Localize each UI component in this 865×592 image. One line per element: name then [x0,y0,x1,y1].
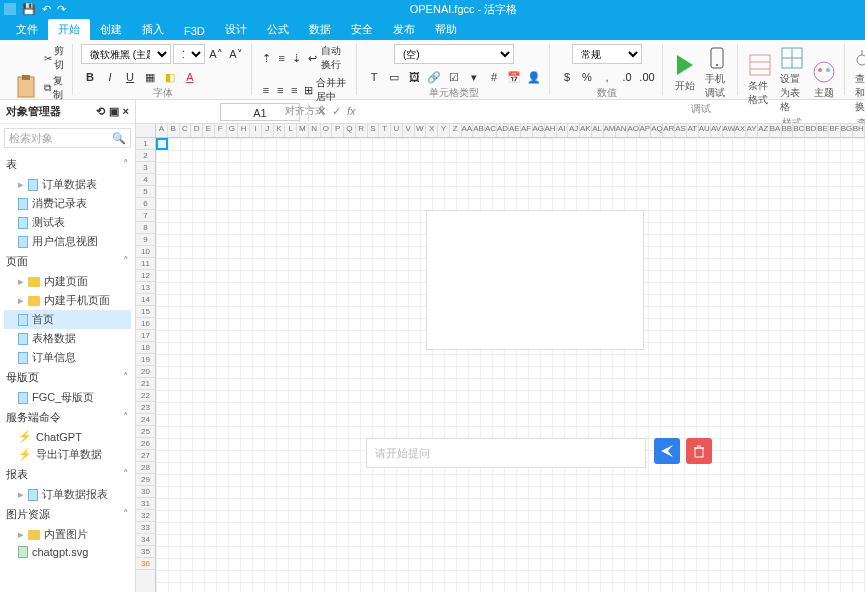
percent-icon[interactable]: % [578,68,596,86]
col-header[interactable]: AX [735,124,747,137]
align-top-icon[interactable]: ⇡ [260,49,273,67]
increase-font-icon[interactable]: A˄ [207,45,225,63]
section-master[interactable]: 母版页˄ [4,367,131,388]
tab-home[interactable]: 开始 [48,19,90,40]
col-header[interactable]: A [156,124,168,137]
col-header[interactable]: BD [805,124,817,137]
col-header[interactable]: AH [545,124,557,137]
dec-inc-icon[interactable]: .0 [618,68,636,86]
col-header[interactable]: AT [687,124,699,137]
celltype-button-icon[interactable]: ▭ [385,68,403,86]
comma-icon[interactable]: , [598,68,616,86]
row-header[interactable]: 29 [136,474,155,486]
row-header[interactable]: 19 [136,354,155,366]
col-header[interactable]: D [191,124,203,137]
col-header[interactable]: BC [793,124,805,137]
row-header[interactable]: 36 [136,558,155,570]
active-cell[interactable] [156,138,168,150]
row-header[interactable]: 26 [136,438,155,450]
svc-item-export[interactable]: ⚡导出订单数据 [4,445,131,464]
col-header[interactable]: Z [450,124,462,137]
grid[interactable]: ABCDEFGHIJKLMNOPQRSTUVWXYZAAABACADAEAFAG… [136,124,865,592]
tab-data[interactable]: 数据 [299,19,341,40]
row-header[interactable]: 3 [136,162,155,174]
col-header[interactable]: S [368,124,380,137]
col-header[interactable]: AU [699,124,711,137]
celltype-date-icon[interactable]: 📅 [505,68,523,86]
col-header[interactable]: R [356,124,368,137]
section-service[interactable]: 服务端命令˄ [4,407,131,428]
col-header[interactable]: T [379,124,391,137]
row-header[interactable]: 15 [136,306,155,318]
col-header[interactable]: AL [592,124,604,137]
col-header[interactable]: E [203,124,215,137]
row-header[interactable]: 2 [136,150,155,162]
column-headers[interactable]: ABCDEFGHIJKLMNOPQRSTUVWXYZAAABACADAEAFAG… [156,124,865,138]
col-header[interactable]: BA [770,124,782,137]
tab-insert[interactable]: 插入 [132,19,174,40]
img-item-chatgpt[interactable]: chatgpt.svg [4,544,131,560]
align-left-icon[interactable]: ≡ [260,81,272,99]
col-header[interactable]: AQ [651,124,663,137]
celltype-select[interactable]: (空) [394,44,514,64]
svc-item-chatgpt[interactable]: ⚡ChatGPT [4,428,131,445]
col-header[interactable]: AS [675,124,687,137]
col-header[interactable]: F [215,124,227,137]
row-header[interactable]: 28 [136,462,155,474]
tab-f3d[interactable]: F3D [174,22,215,40]
qat-redo-icon[interactable]: ↷ [57,3,66,16]
col-header[interactable]: N [309,124,321,137]
row-header[interactable]: 25 [136,426,155,438]
row-header[interactable]: 30 [136,486,155,498]
page-item-tabledata[interactable]: 表格数据 [4,329,131,348]
folder-builtin-pages[interactable]: ▸内建页面 [4,272,131,291]
col-header[interactable]: G [227,124,239,137]
tab-publish[interactable]: 发布 [383,19,425,40]
confirm-edit-icon[interactable]: ✓ [332,105,341,118]
tab-file[interactable]: 文件 [6,19,48,40]
celltype-link-icon[interactable]: 🔗 [425,68,443,86]
col-header[interactable]: AZ [758,124,770,137]
col-header[interactable]: J [262,124,274,137]
col-header[interactable]: AE [509,124,521,137]
delete-button[interactable] [686,438,712,464]
col-header[interactable]: AA [462,124,474,137]
row-header[interactable]: 31 [136,498,155,510]
mobile-debug-button[interactable]: 手机调试 [703,44,731,102]
col-header[interactable]: V [403,124,415,137]
col-header[interactable]: AK [580,124,592,137]
section-pages[interactable]: 页面˄ [4,251,131,272]
row-header[interactable]: 4 [136,174,155,186]
wrap-text-icon[interactable]: ↩ [306,49,319,67]
row-header[interactable]: 14 [136,294,155,306]
theme-button[interactable]: 主题 [810,58,838,102]
tab-security[interactable]: 安全 [341,19,383,40]
send-button[interactable] [654,438,680,464]
row-header[interactable]: 9 [136,234,155,246]
row-header[interactable]: 16 [136,318,155,330]
merge-cells-icon[interactable]: ⊞ [302,81,314,99]
qat-undo-icon[interactable]: ↶ [42,3,51,16]
copy-button[interactable]: ⧉复制 [44,74,66,102]
row-header[interactable]: 34 [136,534,155,546]
row-header[interactable]: 20 [136,366,155,378]
col-header[interactable]: C [180,124,192,137]
table-item-consume[interactable]: 消费记录表 [4,194,131,213]
col-header[interactable]: AB [473,124,485,137]
col-header[interactable]: AP [640,124,652,137]
col-header[interactable]: O [321,124,333,137]
col-header[interactable]: B [168,124,180,137]
italic-button[interactable]: I [101,68,119,86]
col-header[interactable]: AF [521,124,533,137]
table-item-userview[interactable]: 用户信息视图 [4,232,131,251]
row-header[interactable]: 17 [136,330,155,342]
decrease-font-icon[interactable]: A˅ [227,45,245,63]
currency-icon[interactable]: $ [558,68,576,86]
col-header[interactable]: BG [841,124,853,137]
row-header[interactable]: 33 [136,522,155,534]
col-header[interactable]: U [391,124,403,137]
folder-builtin-images[interactable]: ▸内置图片 [4,525,131,544]
font-family-select[interactable]: 微软雅黑 (主题) [81,44,171,64]
font-color-button[interactable]: A [181,68,199,86]
col-header[interactable]: AG [533,124,545,137]
